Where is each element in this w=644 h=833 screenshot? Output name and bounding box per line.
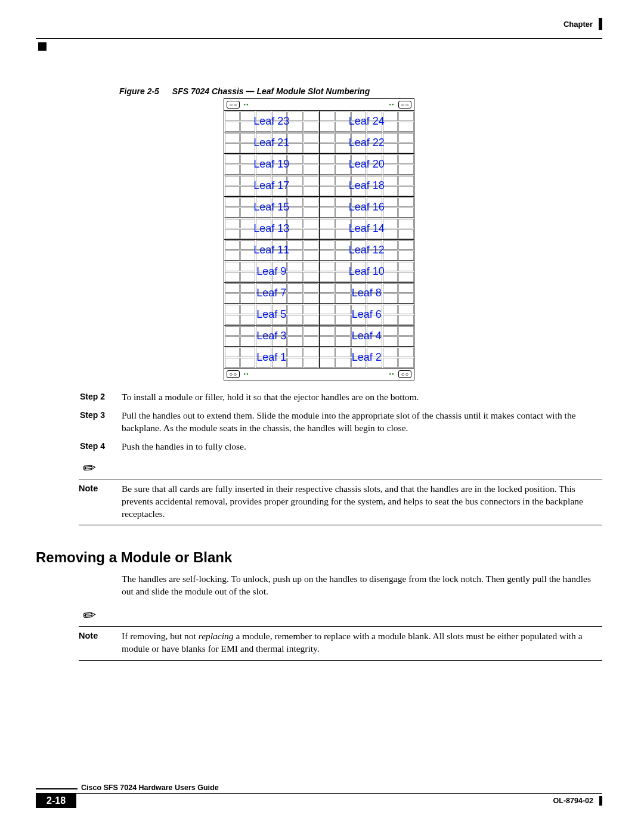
leaf-slot: Leaf 2 [320,346,414,368]
document-id: OL-8794-02 [553,797,593,805]
leaf-slot-label: Leaf 4 [320,326,414,346]
leaf-slot: Leaf 4 [320,325,414,346]
note-text: Be sure that all cards are fully inserte… [122,483,602,521]
leaf-slot-label: Leaf 23 [224,111,319,132]
leaf-slot-label: Leaf 12 [320,240,414,261]
leaf-slot-label: Leaf 20 [320,154,414,175]
chassis-bottom-cap: ⊙ ⊙•• ••⊙ ⊙ [224,368,414,380]
leaf-slot: Leaf 10 [320,261,414,282]
note-text-pre: If removing, but not [122,631,199,641]
leaf-slot-label: Leaf 16 [320,197,414,218]
note-rule-bottom [79,660,602,661]
leaf-slot-label: Leaf 13 [224,218,319,239]
note-text: If removing, but not replacing a module,… [122,630,602,655]
leaf-slot: Leaf 3 [224,325,319,346]
page-number: 2-18 [36,794,76,808]
step-text: To install a module or filler, hold it s… [122,391,602,404]
steps-list: Step 2 To install a module or filler, ho… [36,391,602,453]
leaf-slot-label: Leaf 8 [320,283,414,304]
leaf-slot: Leaf 14 [320,218,414,239]
pencil-icon: ✎ [79,605,101,627]
section-paragraph: The handles are self-locking. To unlock,… [122,573,602,598]
leaf-slot-label: Leaf 21 [224,132,319,153]
figure-title: SFS 7024 Chassis — Leaf Module Slot Numb… [172,86,370,96]
footer-mark [599,796,602,806]
note-rule-bottom [79,525,602,525]
leaf-slot: Leaf 12 [320,240,414,261]
leaf-slot: Leaf 24 [320,111,414,132]
leaf-slot: Leaf 11 [224,240,319,261]
figure-number: Figure 2-5 [119,86,170,96]
leaf-slot: Leaf 21 [224,132,319,153]
leaf-slot: Leaf 5 [224,304,319,325]
step-text: Push the handles in to fully close. [122,441,602,453]
leaf-slot-label: Leaf 11 [224,240,319,261]
leaf-slot: Leaf 22 [320,132,414,153]
step-label: Step 4 [80,441,122,453]
leaf-slot-label: Leaf 19 [224,154,319,175]
note-block-1: ✎ [79,459,602,478]
step-2: Step 2 To install a module or filler, ho… [36,391,602,404]
chassis-top-cap: ⊙ ⊙•• ••⊙ ⊙ [224,99,414,111]
chassis-upper-half: Leaf 23Leaf 21Leaf 19Leaf 17Leaf 15Leaf … [224,111,414,239]
leaf-slot-label: Leaf 15 [224,197,319,218]
leaf-slot: Leaf 6 [320,304,414,325]
step-text: Pull the handles out to extend them. Sli… [122,410,602,435]
note-row-2: Note If removing, but not replacing a mo… [36,630,602,655]
leaf-slot-label: Leaf 3 [224,326,319,346]
note-row-1: Note Be sure that all cards are fully in… [36,483,602,521]
leaf-slot: Leaf 8 [320,282,414,304]
leaf-slot-label: Leaf 17 [224,175,319,196]
leaf-slot-label: Leaf 2 [320,347,414,368]
chapter-label: Chapter [564,20,593,29]
leaf-slot-label: Leaf 22 [320,132,414,153]
footer-guide-title: Cisco SFS 7024 Hardware Users Guide [81,784,602,792]
step-4: Step 4 Push the handles in to fully clos… [36,441,602,453]
note-block-2: ✎ [79,606,602,625]
note-rule-top [79,479,602,479]
pencil-icon: ✎ [79,457,101,479]
leaf-slot: Leaf 18 [320,175,414,196]
section-heading: Removing a Module or Blank [36,549,602,566]
step-label: Step 2 [80,391,122,404]
leaf-slot: Leaf 19 [224,153,319,175]
leaf-slot: Leaf 20 [320,153,414,175]
leaf-slot: Leaf 1 [224,346,319,368]
leaf-slot-label: Leaf 1 [224,347,319,368]
footer-title-bar [36,788,78,789]
header-mark [599,18,602,30]
leaf-slot-label: Leaf 24 [320,111,414,132]
header-square-icon [38,42,47,51]
step-3: Step 3 Pull the handles out to extend th… [36,410,602,435]
leaf-slot: Leaf 17 [224,175,319,196]
leaf-slot-label: Leaf 9 [224,261,319,282]
leaf-slot-label: Leaf 14 [320,218,414,239]
leaf-slot-label: Leaf 7 [224,283,319,304]
leaf-slot-label: Leaf 5 [224,304,319,325]
note-label: Note [79,483,122,521]
leaf-slot-label: Leaf 18 [320,175,414,196]
leaf-slot: Leaf 7 [224,282,319,304]
note-text-em: replacing [199,631,234,641]
page-header: Chapter [36,18,602,30]
header-rule [36,38,602,39]
note-rule-top [79,626,602,627]
leaf-slot: Leaf 9 [224,261,319,282]
note-label: Note [79,630,122,655]
step-label: Step 3 [80,410,122,435]
leaf-slot: Leaf 23 [224,111,319,132]
leaf-slot: Leaf 16 [320,196,414,218]
leaf-slot: Leaf 15 [224,196,319,218]
chassis-figure: ⊙ ⊙•• ••⊙ ⊙ Leaf 23Leaf 21Leaf 19Leaf 17… [224,98,414,380]
chassis-lower-half: Leaf 11Leaf 9Leaf 7Leaf 5Leaf 3Leaf 1 Le… [224,239,414,368]
figure-caption: Figure 2-5 SFS 7024 Chassis — Leaf Modul… [119,86,602,96]
leaf-slot-label: Leaf 6 [320,304,414,325]
page-footer: Cisco SFS 7024 Hardware Users Guide 2-18… [36,784,602,808]
leaf-slot-label: Leaf 10 [320,261,414,282]
leaf-slot: Leaf 13 [224,218,319,239]
